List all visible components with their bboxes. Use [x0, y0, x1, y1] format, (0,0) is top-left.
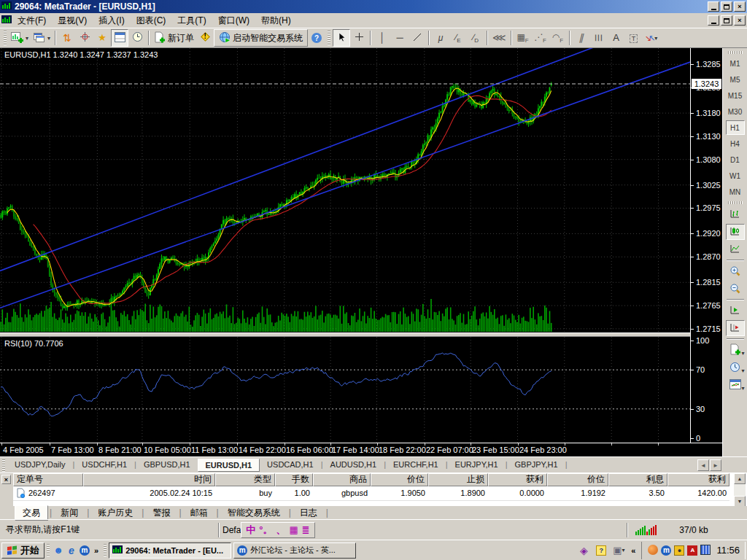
andrews-pitchfork-button[interactable]: ⋘ [490, 29, 508, 47]
column-header-9[interactable]: 利息 [608, 473, 667, 486]
menu-item-1[interactable]: 显视(V) [52, 13, 93, 28]
ime-toolbar[interactable]: 中°。、▦≣ [241, 522, 314, 538]
ime-keyboard-icon[interactable]: ▦ [290, 525, 298, 534]
ati-icon[interactable]: A [687, 545, 697, 556]
ime-lang-icon[interactable]: 中 [246, 525, 255, 534]
column-header-8[interactable]: 价位 [547, 473, 608, 486]
equidistant-channel-button[interactable]: μ [432, 29, 449, 47]
chart-tab-usdchf-h1[interactable]: USDCHF,H1 [74, 459, 134, 470]
maxthon-tray-icon[interactable]: m [661, 545, 671, 556]
chart-tab-usdcad-h1[interactable]: USDCAD,H1 [260, 459, 321, 470]
text-label-button[interactable]: T [625, 29, 643, 47]
data-window-button[interactable] [76, 29, 93, 47]
zoom-in-button[interactable] [726, 263, 745, 279]
market-watch-button[interactable]: ⇅ [58, 29, 76, 47]
chart-shift-button[interactable] [726, 320, 745, 336]
tabs-scroll-left-button[interactable]: ◄ [697, 459, 709, 471]
child-close-button[interactable]: × [734, 15, 746, 26]
chart-tab-gbpusd-h1[interactable]: GBPUSD,H1 [136, 459, 198, 470]
timeframe-button-mn[interactable]: MN [726, 184, 745, 199]
close-button[interactable]: × [734, 1, 746, 12]
timeframe-button-m15[interactable]: M15 [726, 88, 745, 103]
tray-collapse-chevron[interactable]: « [628, 546, 638, 555]
chart-tab-eurusd-h1[interactable]: EURUSD,H1 [198, 459, 260, 472]
strategy-tester-button[interactable] [128, 29, 146, 47]
menu-item-0[interactable]: 文件(F) [12, 13, 52, 28]
new-chart-button[interactable]: ▾ [9, 29, 31, 47]
minimize-button[interactable] [708, 1, 719, 12]
rsi-chart[interactable] [0, 337, 690, 443]
terminal-button[interactable] [111, 29, 128, 47]
text-button[interactable]: A [608, 29, 625, 47]
timeframe-button-m30[interactable]: M30 [726, 104, 745, 119]
dropdown-arrow-icon[interactable]: ▾ [47, 35, 50, 42]
auto-scroll-button[interactable] [726, 303, 745, 319]
timeframe-button-m1[interactable]: M1 [726, 56, 745, 71]
scroll-down-button[interactable]: ▼ [734, 496, 746, 507]
timeframe-button-h1[interactable]: H1 [726, 120, 745, 135]
zoom-out-button[interactable] [726, 281, 745, 297]
line-chart-button[interactable] [726, 241, 745, 257]
help-button[interactable]: ? [308, 29, 325, 47]
restore-button[interactable] [721, 1, 732, 12]
dropdown-arrow-icon[interactable]: ▾ [741, 385, 744, 392]
start-button[interactable]: 开始 [1, 542, 44, 559]
trendline-button[interactable] [409, 29, 426, 47]
dropdown-arrow-icon[interactable]: ▾ [741, 350, 744, 357]
navigator-button[interactable]: ★ [93, 29, 111, 47]
timeframe-button-d1[interactable]: D1 [726, 152, 745, 167]
ime-punct-icon[interactable]: 、 [276, 525, 286, 534]
horizontal-line-button[interactable]: ─ [391, 29, 409, 47]
task-button-0[interactable]: 29064: MetaTrader - [EU... [109, 542, 231, 559]
cascade-icon[interactable]: ▣▾ [612, 544, 625, 557]
menu-item-6[interactable]: 帮助(H) [255, 13, 297, 28]
child-restore-button[interactable] [721, 15, 732, 26]
periods-button[interactable]: ▾ [726, 359, 745, 376]
terminal-tab-6[interactable]: 日志 [293, 506, 325, 520]
menu-item-2[interactable]: 插入(I) [93, 13, 130, 28]
messenger-icon[interactable]: ☻ [52, 544, 65, 557]
terminal-tab-5[interactable]: 智能交易系统 [220, 506, 287, 520]
expert-warning-button[interactable]: ! [196, 29, 214, 47]
task-button-1[interactable]: m外汇论坛 - 主论坛 - 英... [233, 542, 356, 559]
terminal-tab-3[interactable]: 警报 [145, 506, 177, 520]
toolbar-grip[interactable] [4, 31, 7, 45]
start-ea-button[interactable]: 启动智能交易系统 [214, 29, 308, 47]
crosshair-button[interactable] [350, 29, 368, 47]
chart-tab-eurjpy-h1[interactable]: EURJPY,H1 [448, 459, 506, 470]
terminal-close-button[interactable]: × [1, 475, 11, 484]
column-header-3[interactable]: 手数 [275, 473, 313, 486]
bar-chart-button[interactable] [726, 206, 745, 222]
ie-icon[interactable]: e [65, 544, 78, 557]
maxthon-icon[interactable]: m [78, 544, 91, 557]
menu-item-4[interactable]: 工具(T) [171, 13, 212, 28]
terminal-scrollbar[interactable]: ▲ ▼ [734, 473, 746, 507]
column-header-6[interactable]: 止损 [428, 473, 488, 486]
timeframe-button-h4[interactable]: H4 [726, 136, 745, 151]
timeframe-button-m5[interactable]: M5 [726, 72, 745, 87]
ime-width-icon[interactable]: °。 [259, 525, 272, 534]
terminal-tab-1[interactable]: 新闻 [53, 506, 85, 520]
terminal-tab-2[interactable]: 账户历史 [90, 506, 140, 520]
fibo-fan-button[interactable]: ⋰F [532, 29, 549, 47]
dropdown-arrow-icon[interactable]: ▾ [654, 35, 657, 42]
chart-tab-audusd-h1[interactable]: AUDUSD,H1 [323, 459, 384, 470]
dropdown-arrow-icon[interactable]: ▾ [741, 368, 744, 374]
keyboard-icon[interactable] [700, 545, 711, 556]
column-header-1[interactable]: 时间 [83, 473, 215, 486]
chart-tab-gbpjpy-h1[interactable]: GBPJPY,H1 [508, 459, 565, 470]
price-chart[interactable] [0, 48, 690, 332]
vertical-line-button[interactable]: │ [374, 29, 391, 47]
fibo-arcs-button[interactable]: ◠F [549, 29, 567, 47]
quick-launch-overflow[interactable]: » [91, 546, 101, 555]
dropdown-arrow-icon[interactable]: ▾ [26, 35, 28, 42]
column-header-7[interactable]: 获利 [488, 473, 547, 486]
help-tray-icon[interactable]: ? [595, 544, 608, 557]
terminal-tab-0[interactable]: 交易 [15, 505, 48, 521]
diamond-icon[interactable]: ◈ [577, 544, 590, 557]
indicators-button[interactable]: ▾ [726, 342, 745, 358]
scroll-up-button[interactable]: ▲ [734, 473, 746, 484]
cursor-button[interactable] [333, 29, 350, 47]
column-header-4[interactable]: 商品 [313, 473, 371, 486]
rightbar-grip[interactable] [728, 51, 743, 54]
